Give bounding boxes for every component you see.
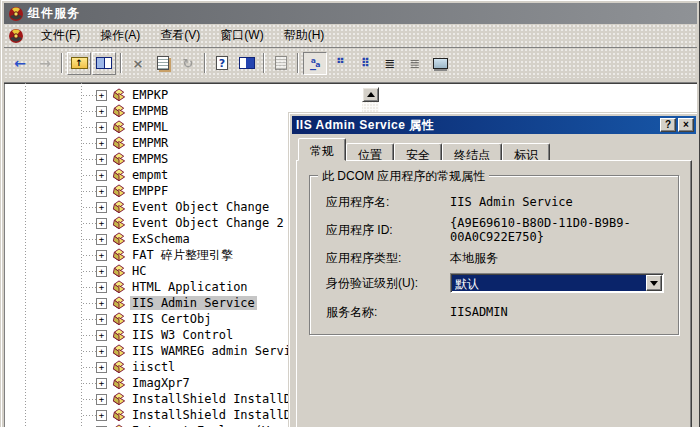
tree-item-label[interactable]: IIS WAMREG admin Service: [130, 344, 307, 358]
chevron-down-icon[interactable]: [646, 275, 662, 291]
new-window-icon: [275, 56, 287, 70]
tree-item-label[interactable]: EMPMS: [130, 152, 170, 166]
expand-plus-icon[interactable]: +: [96, 170, 107, 181]
general-tab-page: 此 DCOM 应用程序的常规属性 应用程序名: IIS Admin Servic…: [296, 160, 692, 427]
expand-plus-icon[interactable]: +: [96, 250, 107, 261]
menu-item-窗口W[interactable]: 窗口(W): [211, 24, 272, 47]
toolbar-separator: [204, 53, 206, 73]
com-application-icon: [111, 424, 127, 427]
properties-button[interactable]: [151, 52, 175, 75]
com-application-icon: [111, 408, 127, 423]
tree-branch-stub: [83, 207, 96, 208]
field-row-app-type: 应用程序类型: 本地服务: [326, 248, 664, 268]
tree-item-label[interactable]: FAT 碎片整理引擎: [130, 247, 235, 264]
expand-plus-icon[interactable]: +: [96, 122, 107, 133]
expand-plus-icon[interactable]: +: [96, 378, 107, 389]
expand-plus-icon[interactable]: +: [96, 106, 107, 117]
scroll-up-icon[interactable]: [362, 87, 379, 102]
field-row-app-name: 应用程序名: IIS Admin Service: [326, 192, 664, 212]
menu-bar: 文件(F) 操作(A) 查看(V) 窗口(W) 帮助(H): [4, 24, 697, 48]
toolbar-separator: [263, 53, 265, 73]
tree-item-label[interactable]: iisctl: [130, 360, 177, 374]
tree-item-label[interactable]: HC: [130, 264, 148, 278]
expand-plus-icon[interactable]: +: [96, 282, 107, 293]
dialog-tabs: 常规位置安全终结点标识: [292, 134, 696, 160]
small-icons-view-icon: ⠛: [336, 57, 344, 69]
menu-item-文件F[interactable]: 文件(F): [32, 24, 89, 47]
show-action-pane-button[interactable]: [235, 52, 259, 75]
expand-plus-icon[interactable]: +: [96, 202, 107, 213]
expand-plus-icon[interactable]: +: [96, 410, 107, 421]
tree-item-label[interactable]: ExSchema: [130, 232, 192, 246]
com-application-icon: [111, 168, 127, 183]
tree-branch-stub: [83, 239, 96, 240]
tree-item-label[interactable]: EMPMR: [130, 136, 170, 150]
tree-item-label[interactable]: EMPKP: [130, 88, 170, 102]
delete-button[interactable]: ×: [126, 52, 150, 75]
expand-plus-icon[interactable]: +: [96, 330, 107, 341]
list-view-button[interactable]: ⠿: [353, 52, 377, 75]
com-application-icon: [111, 152, 127, 167]
expand-plus-icon[interactable]: +: [96, 266, 107, 277]
tree-branch-stub: [83, 255, 96, 256]
forward-button: →: [33, 52, 57, 75]
small-icons-view-button[interactable]: ⠛: [328, 52, 352, 75]
tree-item-label[interactable]: ImagXpr7: [130, 376, 192, 390]
details-view-button[interactable]: ≣: [378, 52, 402, 75]
expand-plus-icon[interactable]: +: [96, 138, 107, 149]
expand-plus-icon[interactable]: +: [96, 314, 107, 325]
tree-item-label[interactable]: EMPMB: [130, 104, 170, 118]
tree-item-label[interactable]: EMPPF: [130, 184, 170, 198]
computer-button[interactable]: [428, 52, 452, 75]
menu-item-帮助H[interactable]: 帮助(H): [275, 24, 334, 47]
expand-plus-icon[interactable]: +: [96, 234, 107, 245]
export-list-button: ≣: [403, 52, 427, 75]
tree-branch-stub: [83, 191, 96, 192]
auth-level-combobox[interactable]: 默认: [450, 273, 664, 293]
delete-icon: ×: [133, 57, 144, 70]
tree-item-label[interactable]: EMPML: [130, 120, 170, 134]
window-title: 组件服务: [28, 5, 80, 22]
tree-item-label[interactable]: IIS CertObj: [130, 312, 213, 326]
expand-plus-icon[interactable]: +: [96, 394, 107, 405]
window-titlebar[interactable]: 组件服务: [4, 3, 697, 24]
com-application-icon: [111, 232, 127, 247]
back-button[interactable]: ←: [8, 52, 32, 75]
tree-row[interactable]: + EMPKP: [4, 87, 697, 103]
help-button[interactable]: ?: [210, 52, 234, 75]
tree-item-label[interactable]: IIS W3 Control: [130, 328, 235, 342]
dialog-titlebar[interactable]: IIS Admin Service 属性 ? ×: [292, 116, 696, 134]
expand-plus-icon[interactable]: +: [96, 154, 107, 165]
menu-item-操作A[interactable]: 操作(A): [91, 24, 149, 47]
component-services-window: 组件服务 文件(F) 操作(A) 查看(V) 窗口(W) 帮助(H) ←→↑×↻…: [0, 0, 700, 427]
expand-plus-icon[interactable]: +: [96, 90, 107, 101]
dialog-title: IIS Admin Service 属性: [296, 117, 658, 134]
tree-item-label[interactable]: Event Object Change 2: [130, 216, 286, 230]
tab-常规[interactable]: 常规: [298, 138, 346, 161]
expand-plus-icon[interactable]: +: [96, 186, 107, 197]
back-icon: ←: [14, 56, 26, 70]
tree-item-label[interactable]: Event Object Change: [130, 200, 271, 214]
dcom-general-groupbox: 此 DCOM 应用程序的常规属性 应用程序名: IIS Admin Servic…: [309, 175, 679, 335]
properties-dialog: IIS Admin Service 属性 ? × 常规位置安全终结点标识 此 D…: [288, 112, 697, 427]
console-client-area: + EMPKP + EM: [4, 82, 697, 427]
tree-branch-stub: [83, 303, 96, 304]
tree-item-label[interactable]: IIS Admin Service: [130, 296, 257, 310]
expand-plus-icon[interactable]: +: [96, 362, 107, 373]
com-application-icon: [111, 216, 127, 231]
large-icons-view-button[interactable]: ᵃ̲ₐ: [303, 52, 327, 75]
dialog-close-button[interactable]: ×: [678, 118, 694, 132]
expand-plus-icon[interactable]: +: [96, 346, 107, 357]
expand-plus-icon[interactable]: +: [96, 298, 107, 309]
toolbar-separator: [297, 53, 299, 73]
com-application-icon: [111, 296, 127, 311]
dialog-help-button[interactable]: ?: [660, 118, 676, 132]
tree-item-label[interactable]: HTML Application: [130, 280, 250, 294]
show-console-tree-button[interactable]: [92, 52, 116, 75]
refresh-icon: ↻: [183, 57, 194, 70]
tree-item-label[interactable]: empmt: [130, 168, 170, 182]
expand-plus-icon[interactable]: +: [96, 218, 107, 229]
large-icons-view-icon: ᵃ̲ₐ: [311, 57, 320, 69]
up-one-level-button[interactable]: ↑: [67, 52, 91, 75]
menu-item-查看V[interactable]: 查看(V): [151, 24, 209, 47]
